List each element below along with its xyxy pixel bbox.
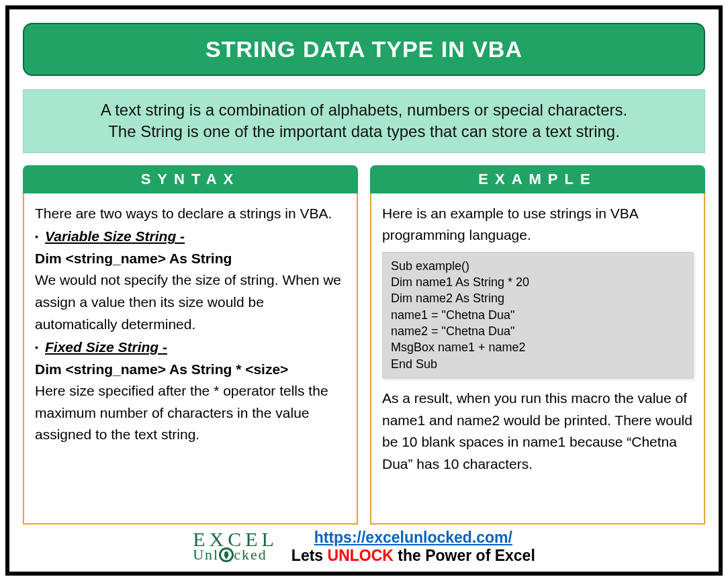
bullet-icon: ▪ — [35, 230, 38, 244]
syntax-bullet-1: ▪ Variable Size String - — [35, 226, 346, 248]
page-title: STRING DATA TYPE IN VBA — [23, 23, 705, 76]
syntax-item1-title: Variable Size String - — [45, 226, 185, 248]
example-column: EXAMPLE Here is an example to use string… — [370, 165, 705, 525]
logo-line2-b: cked — [234, 546, 267, 563]
keyhole-icon — [219, 547, 234, 562]
tagline-c: the Power of Excel — [394, 547, 535, 564]
syntax-header: SYNTAX — [23, 165, 358, 193]
logo: EXCEL Unlcked — [193, 530, 278, 564]
syntax-column: SYNTAX There are two ways to declare a s… — [23, 165, 358, 525]
bullet-icon: ▪ — [35, 341, 38, 355]
example-code-block: Sub example() Dim name1 As String * 20 D… — [382, 252, 693, 378]
intro-line-1: A text string is a combination of alphab… — [44, 99, 684, 121]
footer-link[interactable]: https://excelunlocked.com/ — [314, 529, 512, 546]
intro-line-2: The String is one of the important data … — [44, 121, 684, 142]
example-header: EXAMPLE — [370, 165, 705, 193]
syntax-item2-title: Fixed Size String - — [45, 337, 167, 359]
tagline-a: Lets — [291, 547, 328, 564]
footer-text: https://excelunlocked.com/ Lets UNLOCK t… — [291, 529, 535, 565]
document-frame: STRING DATA TYPE IN VBA A text string is… — [5, 5, 723, 576]
two-column-layout: SYNTAX There are two ways to declare a s… — [23, 165, 705, 525]
footer-tagline: Lets UNLOCK the Power of Excel — [291, 547, 535, 565]
example-lead: Here is an example to use strings in VBA… — [382, 203, 693, 247]
logo-line2: Unlcked — [193, 548, 278, 564]
tagline-unlock: UNLOCK — [328, 547, 394, 564]
syntax-item1-code: Dim <string_name> As String — [35, 248, 346, 270]
syntax-item1-desc: We would not specify the size of string.… — [35, 269, 346, 335]
syntax-bullet-2: ▪ Fixed Size String - — [35, 337, 346, 359]
footer: EXCEL Unlcked https://excelunlocked.com/… — [23, 529, 705, 565]
syntax-lead: There are two ways to declare a strings … — [35, 203, 346, 225]
syntax-item2-desc: Here size specified after the * operator… — [35, 380, 346, 446]
logo-line2-a: Unl — [193, 546, 219, 563]
syntax-item2-code: Dim <string_name> As String * <size> — [35, 359, 346, 381]
syntax-body: There are two ways to declare a strings … — [23, 193, 358, 525]
example-result: As a result, when you run this macro the… — [382, 388, 693, 475]
logo-line1: EXCEL — [193, 530, 278, 548]
intro-box: A text string is a combination of alphab… — [23, 89, 705, 153]
example-body: Here is an example to use strings in VBA… — [370, 193, 705, 525]
